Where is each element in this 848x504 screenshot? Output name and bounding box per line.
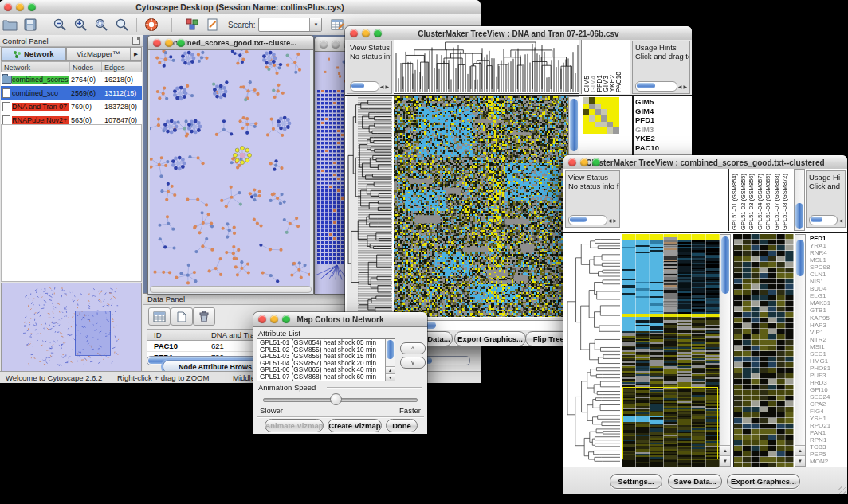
gene-list-item[interactable]: PEP5: [807, 451, 846, 458]
gene-list-item[interactable]: GTB1: [807, 307, 846, 314]
tv1-status-scrollbar[interactable]: ◀▶: [350, 81, 390, 92]
gene-list-item[interactable]: VIP1: [807, 329, 846, 336]
settings-button[interactable]: Settings...: [610, 474, 662, 489]
chevron-down-icon[interactable]: ▼: [309, 18, 321, 31]
tv2-zoom-vscrollbar[interactable]: ▲▼: [795, 234, 806, 467]
zoom-fit-button[interactable]: [112, 16, 132, 33]
animate-vizmap-button[interactable]: Animate Vizmap: [265, 419, 324, 432]
vizmapper-button[interactable]: [183, 16, 202, 33]
network-overview-canvas[interactable]: [2, 283, 141, 369]
zoom-in-button[interactable]: [71, 16, 90, 33]
export-graphics-button[interactable]: Export Graphics...: [727, 474, 800, 489]
gene-dendrogram-canvas[interactable]: [565, 234, 622, 467]
export-graphics-button[interactable]: Export Graphics...: [454, 331, 526, 346]
done-button[interactable]: Done: [386, 419, 418, 432]
gene-list-item[interactable]: CLN1: [807, 271, 846, 278]
gene-list-item[interactable]: PAC10: [634, 143, 690, 153]
zoom-out-button[interactable]: [50, 16, 69, 33]
gene-list-item[interactable]: PUF3: [807, 372, 846, 379]
tv1-hints-scrollbar[interactable]: ◀▶: [635, 81, 688, 92]
gene-list-item[interactable]: PHO81: [807, 365, 846, 372]
gene-list-item[interactable]: GIM5: [634, 97, 690, 107]
network-table-row[interactable]: DNA and Tran 07 769(0) 183728(0): [1, 100, 142, 113]
gene-list-item[interactable]: FIG4: [807, 408, 846, 415]
gene-list-item[interactable]: KAP95: [807, 315, 846, 322]
gene-list-item[interactable]: CPA2: [807, 400, 846, 408]
search-combobox[interactable]: ▼: [258, 18, 322, 32]
network-view-1-titlebar[interactable]: combined_scores_good.txt--cluste...: [148, 36, 313, 50]
minimize-icon[interactable]: [580, 158, 588, 166]
tv2-heatmap-vscrollbar[interactable]: ▲▼: [720, 234, 731, 467]
tab-overflow-button[interactable]: ▶: [131, 47, 142, 61]
close-icon[interactable]: [4, 3, 12, 11]
network-table-row[interactable]: combined_sco 2569(6) 13112(15): [1, 86, 142, 100]
attribute-select-button[interactable]: [148, 307, 171, 326]
gene-list-item[interactable]: BUD4: [807, 285, 846, 292]
zoom-window-icon[interactable]: [28, 3, 36, 11]
zoom-selected-button[interactable]: [92, 16, 111, 33]
create-vizmap-button[interactable]: Create Vizmap: [328, 419, 382, 432]
gene-list-item[interactable]: SEC1: [807, 350, 846, 357]
gene-list-item[interactable]: GIM3: [634, 125, 690, 135]
gene-list-item[interactable]: RNR4: [807, 249, 846, 256]
network-canvas-1[interactable]: [150, 50, 310, 287]
scroll-up-icon[interactable]: ▲: [795, 445, 805, 455]
scroll-up-icon[interactable]: ▲: [386, 366, 395, 373]
gene-list-item[interactable]: PFD1: [634, 115, 690, 125]
new-attribute-button[interactable]: [171, 307, 193, 326]
scroll-down-icon[interactable]: ▼: [386, 373, 395, 381]
gene-list-item[interactable]: NTR2: [807, 336, 846, 343]
gene-list-item[interactable]: HMG1: [807, 357, 846, 365]
zoom-window-icon[interactable]: [177, 39, 185, 47]
gene-list-item[interactable]: PAN1: [807, 429, 846, 436]
help-button[interactable]: [142, 16, 161, 33]
tv2-hints-scrollbar[interactable]: ◀: [809, 215, 843, 225]
gene-list-item[interactable]: SEC24: [807, 393, 846, 400]
gene-list-item[interactable]: YSH1: [807, 415, 846, 422]
annotation-button[interactable]: [203, 16, 222, 33]
gene-list-item[interactable]: YKE2: [634, 134, 690, 143]
attribute-listbox[interactable]: GPL51-01 (GSM854) heat shock 05 minGPL51…: [257, 338, 395, 381]
tv1-column-dendrogram[interactable]: [394, 40, 579, 94]
tab-vizmapper[interactable]: VizMapper™: [66, 47, 132, 61]
tv2-zoom-heatmap[interactable]: [733, 234, 794, 467]
gene-list-item[interactable]: ELG1: [807, 292, 846, 299]
minimize-icon[interactable]: [16, 3, 24, 11]
gene-list-item[interactable]: GPI16: [807, 386, 846, 393]
minimize-icon[interactable]: [270, 315, 278, 323]
scroll-down-icon[interactable]: ▼: [720, 455, 730, 466]
close-icon[interactable]: [568, 158, 576, 166]
network-table-row[interactable]: combined_scores 2764(0) 16218(0): [1, 72, 142, 86]
column-label[interactable]: PAC10: [615, 72, 622, 92]
close-icon[interactable]: [320, 41, 328, 49]
gene-list-item[interactable]: NIS1: [807, 278, 846, 285]
column-label[interactable]: GPL51-06 (GSM865): [764, 174, 773, 230]
move-up-button[interactable]: ^: [400, 342, 426, 354]
gene-list-item[interactable]: PFD1: [807, 235, 846, 242]
minimize-icon[interactable]: [362, 29, 370, 37]
zoom-heatmap-canvas[interactable]: [734, 234, 794, 467]
tv1-gene-dendrogram[interactable]: [347, 96, 392, 317]
dialog-titlebar[interactable]: Map Colors to Network: [253, 312, 427, 327]
close-icon[interactable]: [153, 39, 161, 47]
network-overview-panel[interactable]: [1, 283, 142, 372]
close-icon[interactable]: [350, 29, 358, 37]
attribute-list-item[interactable]: GPL51-07 (GSM868) heat shock 60 min: [257, 374, 395, 381]
heatmap-canvas[interactable]: [622, 234, 720, 467]
column-label[interactable]: GPL51-07 (GSM868): [773, 174, 782, 230]
gene-list-item[interactable]: HRD3: [807, 379, 846, 386]
tv1-heatmap[interactable]: [394, 96, 568, 317]
zoom-window-icon[interactable]: [592, 158, 600, 166]
gene-list-item[interactable]: GIM4: [634, 107, 690, 116]
gene-list-item[interactable]: YRA1: [807, 242, 846, 249]
window-controls[interactable]: [4, 3, 40, 11]
delete-attribute-button[interactable]: [193, 307, 215, 326]
column-label[interactable]: GPL51-02 (GSM855): [740, 174, 748, 230]
slider-thumb[interactable]: [330, 393, 342, 405]
column-label[interactable]: GPL51-01 (GSM854): [731, 174, 740, 230]
scroll-up-icon[interactable]: ▲: [720, 445, 730, 455]
gene-list-item[interactable]: TCB3: [807, 443, 846, 451]
tv2-labels-vscrollbar[interactable]: [794, 169, 805, 231]
gene-list-item[interactable]: MON2: [807, 458, 846, 465]
resize-grip[interactable]: [838, 486, 846, 494]
